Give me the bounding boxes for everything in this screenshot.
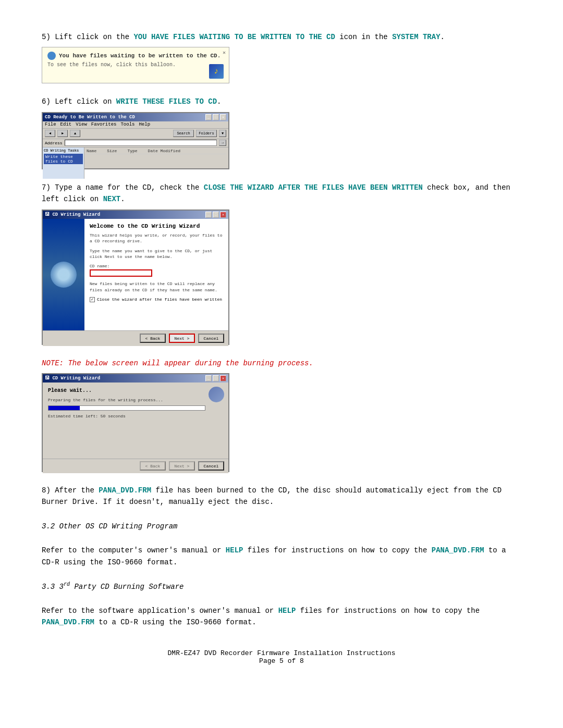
wait-progress-bar [48,405,205,411]
wizard-body: Welcome to the CD Writing Wizard This wi… [43,219,228,330]
section32-text: Refer to the computer's owner's manual o… [42,545,521,568]
explorer-header-row: Name Size Type Date Modified [87,149,226,154]
wait-titlebar: 🖫 CD Writing Wizard _ □ ✕ [43,374,228,382]
step7-highlight2: NEXT [103,195,121,203]
wizard-back-btn[interactable]: < Back [140,334,166,343]
menu-favorites: Favorites [91,122,117,127]
step5-highlight1: YOU HAVE FILES WAITING TO BE WRITTEN TO … [133,33,335,41]
menu-view: View [76,122,87,127]
step7-section: 7) Type a name for the CD, check the CLO… [42,182,521,345]
section33-heading: 3.3 3rd Party CD Burning Software [42,581,521,593]
section32-pana-link: PANA_DVD.FRM [432,546,484,554]
col-size: Size [107,149,117,153]
section33-help-link: HELP [278,607,296,615]
wizard-desc1: This wizard helps you write, or record, … [90,232,223,244]
menu-help: Help [139,122,150,127]
wait-back-btn[interactable]: < Back [140,461,166,471]
section33-text: Refer to the software application's owne… [42,605,521,628]
wizard-desc2: Type the name you want to give to the CD… [90,248,223,260]
step8-text: 8) After the PANA_DVD.FRM file has been … [42,485,521,508]
step6-text: 6) Left click on WRITE THESE FILES TO CD… [42,96,521,107]
wizard-title-text: 🖫 CD Writing Wizard [45,212,100,217]
addr-field [65,140,217,146]
section32-section: 3.2 Other OS CD Writing Program Refer to… [42,521,521,568]
footer-page: Page 5 of 8 [42,657,521,665]
back-btn: ◄ [45,130,55,137]
menu-edit: Edit [60,122,72,127]
wait-time-left: Estimated time left: 50 seconds [48,414,223,418]
wait-minimize: _ [205,375,212,381]
step5-section: 5) Lift click on the YOU HAVE FILES WAIT… [42,31,521,83]
wait-please-wait: Please wait... [48,388,223,393]
wait-next-btn[interactable]: Next > [169,461,195,471]
wizard-checkbox: ✓ [90,297,95,302]
wait-status-text: Preparing the files for the writing proc… [48,398,223,402]
sidebar-tasks-label: CD Writing Tasks [44,149,83,153]
search-btn: Search [173,130,194,137]
section33-pana-link: PANA_DVD.FRM [42,618,94,626]
wizard-minimize: _ [205,212,212,218]
balloon-title-text: You have files waiting to be written to … [59,53,221,59]
addr-label: Address [45,141,63,145]
step5-text: 5) Lift click on the YOU HAVE FILES WAIT… [42,31,521,43]
wait-cancel-btn[interactable]: Cancel [198,461,224,471]
wait-close: ✕ [220,375,226,381]
screenshot-explorer: CD Ready to Be Written to the CD _ □ ✕ F… [42,112,229,169]
page-content: 5) Lift click on the YOU HAVE FILES WAIT… [42,31,521,665]
wizard-checkbox-label: Close the wizard after the files have be… [97,297,222,302]
explorer-main: Name Size Type Date Modified [84,147,228,179]
wizard-cd-graphic [51,262,77,288]
wait-footer: < Back Next > Cancel [43,459,228,473]
note-text: NOTE: The below screen will appear durin… [42,357,521,369]
note-body: The below screen will appear during the … [64,359,313,367]
balloon-close: ✕ [223,50,226,56]
wizard-footer: < Back Next > Cancel [43,330,228,346]
cd-icon [47,52,56,60]
explorer-menu: File Edit View Favorites Tools Help [43,121,228,129]
explorer-titlebar: CD Ready to Be Written to the CD _ □ ✕ [43,113,228,121]
footer-title: DMR-EZ47 DVD Recorder Firmware Installat… [42,649,521,657]
menu-tools: Tools [120,122,134,127]
view-btn: ▼ [219,130,226,137]
wait-body: Please wait... Preparing the files for t… [43,382,228,459]
screenshot-wait: 🖫 CD Writing Wizard _ □ ✕ Please wait...… [42,373,229,472]
wizard-cd-name-input[interactable] [90,269,152,277]
maximize-btn: □ [213,114,219,120]
step5-highlight2: SYSTEM TRAY [392,33,440,41]
wizard-next-btn[interactable]: Next > [169,334,195,343]
wizard-sidebar [43,219,84,330]
wizard-welcome-title: Welcome to the CD Writing Wizard [90,223,223,229]
wizard-titlebar-controls: _ □ ✕ [205,212,226,218]
wizard-maximize: □ [213,212,219,218]
wizard-checkbox-row: ✓ Close the wizard after the files have … [90,297,223,302]
wait-title-text: 🖫 CD Writing Wizard [45,375,100,381]
explorer-address-bar: Address → [43,139,228,147]
wizard-cancel-btn[interactable]: Cancel [198,334,224,343]
col-type: Type [127,149,137,153]
addr-go: → [219,140,226,146]
folders-btn: Folders [196,130,217,137]
wizard-close: ✕ [220,212,226,218]
explorer-title-text: CD Ready to Be Written to the CD [45,115,135,120]
step7-highlight1: CLOSE THE WIZARD AFTER THE FILES HAVE BE… [204,183,423,192]
section32-help-link: HELP [226,546,243,554]
menu-file: File [45,122,56,127]
screenshot-balloon: You have files waiting to be written to … [42,47,229,83]
wait-maximize: □ [213,375,219,381]
wizard-titlebar: 🖫 CD Writing Wizard _ □ ✕ [43,211,228,219]
step7-text: 7) Type a name for the CD, check the CLO… [42,182,521,205]
explorer-toolbar: ◄ ► ▲ Search Folders ▼ [43,129,228,139]
forward-btn: ► [57,130,68,137]
step6-section: 6) Left click on WRITE THESE FILES TO CD… [42,96,521,169]
section32-heading: 3.2 Other OS CD Writing Program [42,521,521,532]
wizard-content: Welcome to the CD Writing Wizard This wi… [84,219,228,330]
page-footer: DMR-EZ47 DVD Recorder Firmware Installat… [42,649,521,665]
note-label: NOTE: [42,359,64,367]
titlebar-controls: _ □ ✕ [205,114,226,120]
explorer-sidebar: CD Writing Tasks Write these files to CD [43,147,84,179]
minimize-btn: _ [205,114,212,120]
step8-pana-link: PANA_DVD.FRM [99,486,151,495]
up-btn: ▲ [70,130,80,137]
balloon-title-row: You have files waiting to be written to … [47,52,224,60]
col-date: Date Modified [148,149,180,153]
